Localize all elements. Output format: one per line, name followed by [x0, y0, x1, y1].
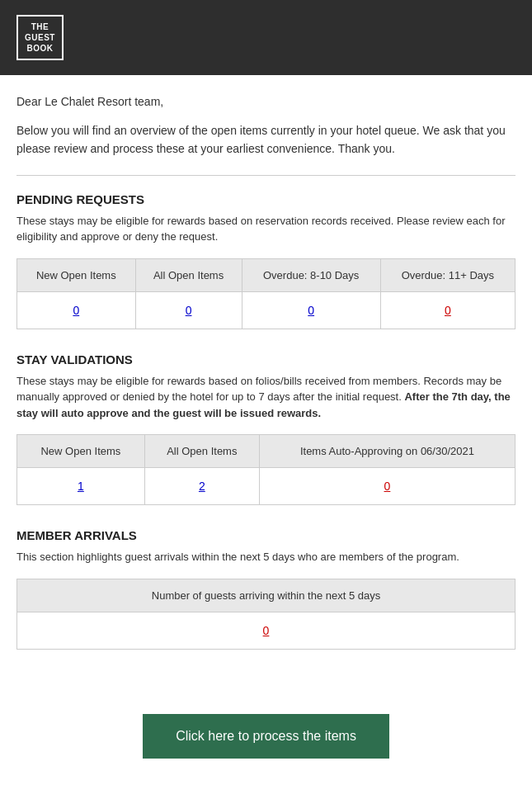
pending-val-overdue-11plus[interactable]: 0 — [380, 291, 515, 329]
pending-requests-description: These stays may be eligible for rewards … — [16, 213, 516, 245]
stay-validations-title: STAY VALIDATIONS — [16, 352, 516, 366]
stay-validations-table: New Open Items All Open Items Items Auto… — [16, 434, 516, 505]
pending-val-all[interactable]: 0 — [135, 291, 242, 329]
pending-val-new[interactable]: 0 — [17, 291, 136, 329]
member-arrivals-table: Number of guests arriving within the nex… — [16, 579, 516, 650]
email-header: THE GUEST BOOK — [0, 0, 532, 75]
pending-col-all: All Open Items — [135, 258, 242, 291]
cta-area: Click here to process the items — [0, 697, 532, 783]
stay-validations-description: These stays may be eligible for rewards … — [16, 373, 516, 422]
email-body: Dear Le Chalet Resort team, Below you wi… — [0, 75, 532, 697]
section-divider — [16, 175, 516, 176]
logo: THE GUEST BOOK — [16, 15, 64, 60]
stay-val-all[interactable]: 2 — [144, 468, 259, 505]
stay-validations-section: STAY VALIDATIONS These stays may be elig… — [16, 352, 516, 506]
intro-text: Below you will find an overview of the o… — [16, 121, 516, 158]
pending-requests-table: New Open Items All Open Items Overdue: 8… — [16, 258, 516, 329]
pending-col-overdue-8-10: Overdue: 8-10 Days — [242, 258, 380, 291]
stay-col-new: New Open Items — [17, 435, 145, 468]
pending-col-new: New Open Items — [17, 258, 136, 291]
member-arrivals-description: This section highlights guest arrivals w… — [16, 549, 516, 565]
pending-col-overdue-11plus: Overdue: 11+ Days — [380, 258, 515, 291]
member-arrivals-title: MEMBER ARRIVALS — [16, 528, 516, 542]
arrivals-val[interactable]: 0 — [17, 612, 516, 649]
pending-val-overdue-8-10[interactable]: 0 — [242, 291, 380, 329]
stay-col-auto-approving: Items Auto-Approving on 06/30/2021 — [259, 435, 515, 468]
member-arrivals-section: MEMBER ARRIVALS This section highlights … — [16, 528, 516, 650]
pending-requests-title: PENDING REQUESTS — [16, 192, 516, 206]
stay-col-all: All Open Items — [144, 435, 259, 468]
table-row: 0 0 0 0 — [17, 291, 516, 329]
arrivals-col-header: Number of guests arriving within the nex… — [17, 579, 516, 612]
greeting-text: Dear Le Chalet Resort team, — [16, 95, 516, 108]
table-row: 1 2 0 — [17, 468, 516, 505]
pending-requests-section: PENDING REQUESTS These stays may be elig… — [16, 192, 516, 329]
stay-val-new[interactable]: 1 — [17, 468, 145, 505]
process-items-button[interactable]: Click here to process the items — [143, 714, 389, 759]
stay-val-auto-approving[interactable]: 0 — [259, 468, 515, 505]
table-row: 0 — [17, 612, 516, 649]
